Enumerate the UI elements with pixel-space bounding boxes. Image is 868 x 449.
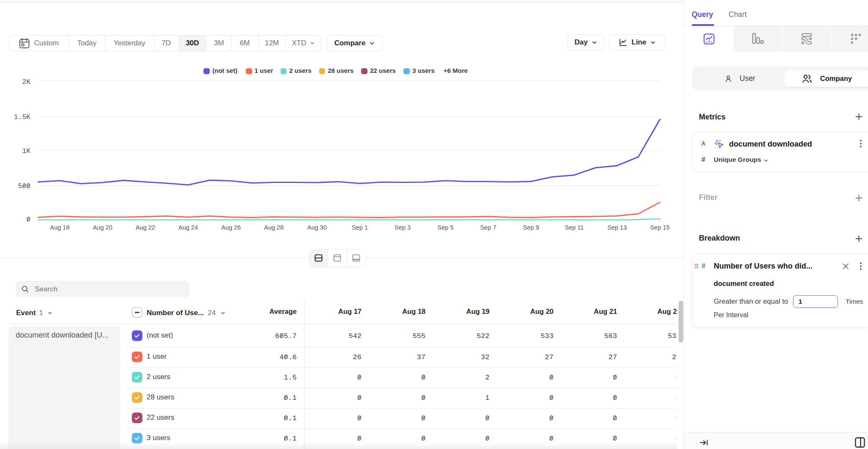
svg-text:Aug 22: Aug 22 (136, 224, 155, 231)
svg-text:Sep 11: Sep 11 (565, 224, 584, 231)
svg-text:Sep 1: Sep 1 (352, 224, 368, 231)
svg-text:Sep 7: Sep 7 (480, 224, 496, 231)
svg-text:Sep 9: Sep 9 (523, 224, 539, 231)
svg-text:Sep 15: Sep 15 (650, 224, 670, 231)
svg-text:Sep 3: Sep 3 (395, 224, 411, 231)
svg-text:Aug 24: Aug 24 (178, 224, 198, 231)
svg-text:Aug 18: Aug 18 (50, 224, 70, 231)
svg-text:Aug 30: Aug 30 (307, 224, 327, 231)
svg-text:Aug 28: Aug 28 (264, 224, 284, 231)
svg-text:Sep 13: Sep 13 (607, 224, 627, 231)
svg-text:Aug 20: Aug 20 (93, 224, 112, 231)
svg-text:Aug 26: Aug 26 (221, 224, 241, 231)
svg-text:Sep 5: Sep 5 (437, 224, 453, 231)
